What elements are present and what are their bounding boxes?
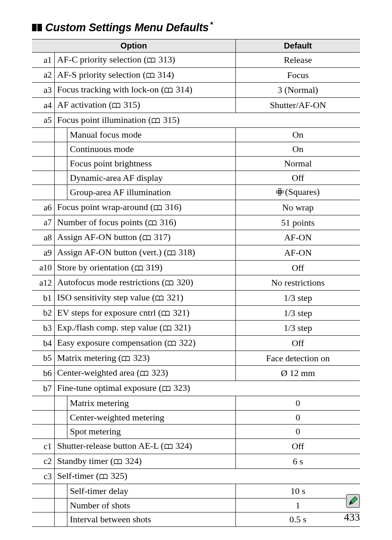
option-cell: Autofocus mode restrictions ( 320) — [55, 275, 236, 291]
table-row: b7Fine-tune optimal exposure ( 323) — [32, 381, 360, 396]
sub-option-label: Spot metering — [67, 425, 236, 439]
default-value: 10 s — [236, 484, 360, 498]
sub-spacer — [55, 484, 67, 498]
table-row: b4Easy exposure compensation ( 322)Off — [32, 336, 360, 351]
sub-spacer — [32, 185, 55, 200]
sub-spacer — [55, 156, 67, 171]
default-value: On — [236, 128, 360, 142]
page-ref: 316 — [165, 202, 179, 212]
sub-spacer — [32, 512, 55, 527]
sub-option-label: Manual focus mode — [67, 128, 236, 142]
option-label: Shutter-release button AE-L — [57, 441, 159, 451]
page-ref-icon — [164, 84, 173, 97]
table-row: a1AF-C priority selection ( 313)Release — [32, 53, 360, 68]
header-default: Default — [236, 39, 360, 53]
default-value: 1/3 step — [236, 305, 360, 321]
sub-spacer — [32, 142, 55, 157]
table-subrow: Center-weighted metering0 — [32, 410, 360, 425]
option-code: b7 — [32, 381, 55, 396]
page-ref: 314 — [176, 84, 189, 95]
option-label: Fine-tune optimal exposure — [57, 383, 157, 393]
page-ref: 323 — [133, 353, 147, 363]
default-value: Release — [236, 53, 360, 68]
svg-rect-9 — [279, 191, 281, 193]
default-value: 0 — [236, 425, 360, 439]
table-row: b3Exp./flash comp. step value ( 321)1/3 … — [32, 321, 360, 336]
footer-pencil-icon — [344, 494, 360, 510]
option-label: Center-weighted area — [57, 367, 134, 378]
option-code: b6 — [32, 366, 55, 381]
table-row: a2AF-S priority selection ( 314)Focus — [32, 67, 360, 83]
page-ref: 321 — [174, 322, 188, 332]
option-label: Matrix metering — [57, 353, 116, 363]
default-value: Off — [236, 438, 360, 454]
option-label: Exp./flash comp. step value — [57, 322, 157, 332]
table-row: a7Number of focus points ( 316)51 points — [32, 215, 360, 230]
option-label: EV steps for exposure cntrl — [57, 307, 156, 318]
option-label: Number of focus points — [57, 217, 143, 227]
option-cell: EV steps for exposure cntrl ( 321) — [55, 305, 236, 321]
default-value: 0.5 s — [236, 512, 360, 527]
page-ref-icon — [162, 383, 171, 395]
option-cell: Assign AF-ON button ( 317) — [55, 230, 236, 245]
table-subrow: Matrix metering0 — [32, 396, 360, 410]
header-option: Option — [32, 39, 236, 53]
option-code: a7 — [32, 215, 55, 230]
option-cell: Matrix metering ( 323) — [55, 351, 236, 366]
section-title: Custom Settings Menu Defaults* — [45, 21, 213, 34]
default-value: Off — [236, 260, 360, 275]
option-cell: Standby timer ( 324) — [55, 454, 236, 469]
sub-spacer — [55, 512, 67, 527]
table-row: a8Assign AF-ON button ( 317)AF-ON — [32, 230, 360, 245]
sub-spacer — [55, 142, 67, 157]
default-value: 1/3 step — [236, 321, 360, 336]
option-label: Focus point illumination — [57, 115, 146, 125]
option-cell: Shutter-release button AE-L ( 324) — [55, 438, 236, 454]
page-ref-icon — [112, 99, 120, 112]
sub-spacer — [55, 396, 67, 410]
page-ref-icon — [155, 292, 164, 305]
option-label: Focus tracking with lock-on — [57, 84, 159, 95]
sub-spacer — [32, 156, 55, 171]
default-value: On — [236, 142, 360, 157]
page-ref: 325 — [111, 471, 125, 481]
table-subrow: Focus point brightnessNormal — [32, 156, 360, 171]
option-label: Autofocus mode restrictions — [57, 277, 159, 287]
sub-option-label: Dynamic-area AF display — [67, 171, 236, 185]
svg-rect-1 — [37, 24, 42, 31]
page-number: 433 — [344, 511, 360, 523]
option-code: a5 — [32, 113, 55, 128]
sub-spacer — [55, 185, 67, 200]
sub-spacer — [32, 171, 55, 185]
table-row: b2EV steps for exposure cntrl ( 321)1/3 … — [32, 305, 360, 321]
table-row: a6Focus point wrap-around ( 316)No wrap — [32, 200, 360, 215]
sub-option-label: Matrix metering — [67, 396, 236, 410]
option-code: a12 — [32, 275, 55, 291]
page-ref: 318 — [179, 247, 192, 257]
sub-spacer — [55, 128, 67, 142]
page-ref-icon — [168, 337, 176, 350]
page-ref: 321 — [167, 292, 180, 302]
svg-rect-11 — [279, 194, 281, 196]
sub-spacer — [55, 410, 67, 425]
sub-spacer — [55, 171, 67, 185]
page-ref-icon — [146, 69, 154, 82]
table-row: b1ISO sensitivity step value ( 321)1/3 s… — [32, 291, 360, 306]
option-label: ISO sensitivity step value — [57, 292, 150, 302]
default-value: Off — [236, 171, 360, 185]
svg-rect-8 — [276, 191, 278, 193]
page-ref-icon — [122, 353, 130, 365]
table-subrow: Self-timer delay10 s — [32, 484, 360, 498]
option-label: AF activation — [57, 99, 106, 110]
default-value: AF-ON — [236, 245, 360, 260]
option-cell: Easy exposure compensation ( 322) — [55, 336, 236, 351]
sub-spacer — [32, 128, 55, 142]
option-label: Self-timer — [57, 471, 94, 481]
sub-spacer — [32, 396, 55, 410]
table-row: a12Autofocus mode restrictions ( 320)No … — [32, 275, 360, 291]
sub-option-label: Self-timer delay — [67, 484, 236, 498]
section-title-row: Custom Settings Menu Defaults* — [32, 21, 360, 34]
sub-option-label: Focus point brightness — [67, 156, 236, 171]
page-ref-icon — [152, 115, 160, 127]
sub-option-label: Number of shots — [67, 498, 236, 512]
